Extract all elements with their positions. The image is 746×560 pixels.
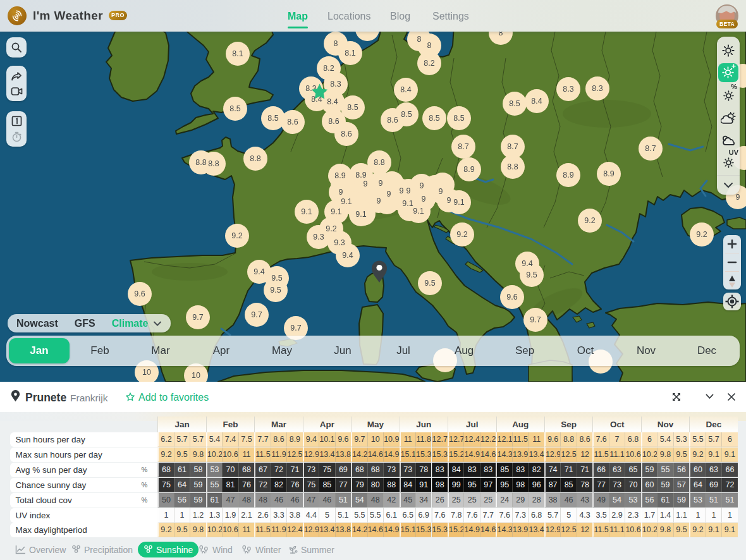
svg-text:8.5: 8.5	[229, 104, 240, 113]
svg-text:9.1: 9.1	[402, 199, 413, 208]
svg-text:8.5: 8.5	[401, 110, 412, 119]
svg-text:9: 9	[422, 195, 426, 204]
svg-text:8.8: 8.8	[507, 162, 518, 171]
svg-text:9.5: 9.5	[424, 279, 435, 288]
svg-text:9.5: 9.5	[526, 271, 537, 279]
svg-text:8.8: 8.8	[195, 158, 206, 167]
svg-text:9.7: 9.7	[251, 310, 262, 319]
svg-text:8.9: 8.9	[563, 171, 573, 180]
svg-text:8.7: 8.7	[645, 144, 656, 153]
svg-text:8.8: 8.8	[250, 154, 260, 163]
svg-text:9.3: 9.3	[313, 233, 324, 241]
svg-text:9.4: 9.4	[522, 259, 532, 268]
svg-text:8.7: 8.7	[458, 142, 468, 151]
svg-text:9.6: 9.6	[506, 293, 517, 301]
svg-text:9: 9	[377, 197, 381, 205]
svg-text:9.1: 9.1	[301, 207, 312, 216]
svg-text:9: 9	[339, 188, 343, 197]
svg-text:9.5: 9.5	[271, 274, 282, 283]
svg-text:8.3: 8.3	[330, 80, 341, 88]
svg-text:8.4: 8.4	[531, 97, 542, 106]
svg-text:9.5: 9.5	[270, 286, 281, 295]
svg-text:8.5: 8.5	[267, 114, 278, 123]
svg-text:9.7: 9.7	[530, 315, 541, 324]
svg-text:9: 9	[379, 179, 383, 188]
svg-text:8.8: 8.8	[374, 158, 384, 167]
svg-text:9: 9	[439, 187, 443, 196]
svg-text:8: 8	[417, 35, 422, 44]
svg-text:9.4: 9.4	[254, 267, 264, 276]
svg-text:8.9: 8.9	[463, 165, 474, 174]
svg-text:8.4: 8.4	[400, 85, 411, 94]
svg-text:9.7: 9.7	[192, 313, 203, 322]
svg-text:8.5: 8.5	[509, 99, 520, 108]
svg-text:9.1: 9.1	[355, 210, 366, 219]
svg-text:9: 9	[407, 186, 411, 195]
svg-text:9: 9	[447, 196, 451, 205]
svg-text:8.9: 8.9	[334, 171, 345, 180]
svg-text:9.4: 9.4	[342, 251, 353, 260]
svg-text:8.1: 8.1	[232, 49, 243, 58]
svg-text:8: 8	[427, 41, 432, 50]
svg-text:9.2: 9.2	[696, 230, 707, 239]
svg-text:8.3: 8.3	[563, 85, 573, 94]
svg-text:8.2: 8.2	[424, 59, 434, 68]
svg-text:9.6: 9.6	[134, 289, 145, 298]
svg-text:9: 9	[387, 190, 391, 198]
svg-text:8.5: 8.5	[453, 114, 464, 123]
svg-text:9.3: 9.3	[334, 238, 345, 247]
svg-text:8.6: 8.6	[341, 130, 352, 138]
svg-text:9: 9	[400, 186, 404, 195]
svg-text:8.2: 8.2	[323, 64, 334, 73]
svg-text:8.1: 8.1	[345, 49, 355, 58]
svg-text:8.6: 8.6	[328, 117, 339, 126]
svg-text:8.4: 8.4	[327, 97, 338, 106]
svg-text:9: 9	[736, 193, 740, 202]
svg-text:9.1: 9.1	[331, 207, 341, 216]
svg-text:8.7: 8.7	[507, 142, 518, 151]
svg-text:9.2: 9.2	[231, 231, 242, 240]
svg-text:9.1: 9.1	[341, 197, 352, 206]
svg-text:8.9: 8.9	[355, 171, 366, 180]
svg-text:10: 10	[142, 368, 151, 377]
svg-text:9: 9	[420, 181, 424, 190]
svg-text:8.9: 8.9	[603, 169, 614, 178]
svg-text:9.1: 9.1	[413, 207, 424, 216]
svg-text:10: 10	[192, 371, 200, 380]
svg-text:8.3: 8.3	[592, 84, 602, 93]
svg-text:9.2: 9.2	[326, 224, 336, 233]
svg-text:8.5: 8.5	[347, 103, 358, 112]
svg-text:9.2: 9.2	[456, 230, 467, 239]
svg-text:8.8: 8.8	[208, 159, 219, 168]
svg-text:8.5: 8.5	[429, 114, 439, 123]
svg-text:8.6: 8.6	[387, 116, 398, 125]
svg-text:9: 9	[364, 180, 368, 188]
svg-text:8.6: 8.6	[287, 118, 298, 126]
svg-text:9.7: 9.7	[290, 324, 301, 332]
svg-text:9.1: 9.1	[453, 198, 464, 207]
svg-text:9.2: 9.2	[584, 216, 595, 225]
svg-text:8: 8	[334, 39, 338, 48]
